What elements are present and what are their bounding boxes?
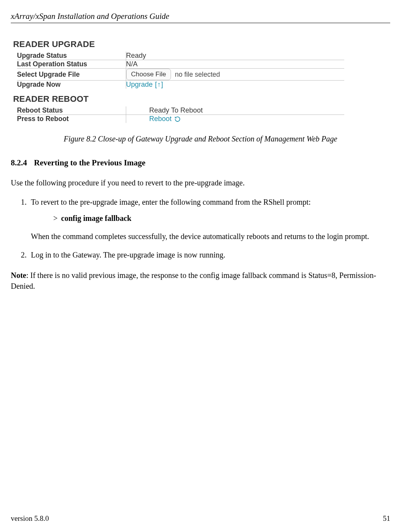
reader-upgrade-heading: READER UPGRADE xyxy=(13,39,390,49)
figure-caption: Figure 8.2 Close-up of Gateway Upgrade a… xyxy=(11,135,390,143)
intro-paragraph: Use the following procedure if you need … xyxy=(11,178,390,188)
upgrade-status-value: Ready xyxy=(126,52,344,60)
upgrade-link[interactable]: Upgrade [↑] xyxy=(126,81,164,89)
select-upgrade-file-label: Select Upgrade File xyxy=(17,69,126,81)
procedure-list: To revert to the pre-upgrade image, ente… xyxy=(29,197,390,261)
command-text: config image fallback xyxy=(61,214,131,222)
reboot-status-label: Reboot Status xyxy=(17,106,126,115)
last-operation-status-value: N/A xyxy=(126,60,344,69)
step-1-lead: To revert to the pre-upgrade image, ente… xyxy=(31,198,311,206)
no-file-selected-text: no file selected xyxy=(175,71,220,79)
press-to-reboot-label: Press to Reboot xyxy=(17,115,126,123)
refresh-icon xyxy=(174,116,181,123)
page-number: 51 xyxy=(383,514,390,523)
upload-arrow-icon: [↑] xyxy=(155,81,164,89)
step-1-tail: When the command completes successfully,… xyxy=(31,232,369,241)
step-2: Log in to the Gateway. The pre-upgrade i… xyxy=(29,249,390,260)
prompt-symbol: > xyxy=(53,214,58,222)
page-footer: version 5.8.0 51 xyxy=(11,514,390,523)
reader-reboot-heading: READER REBOOT xyxy=(13,94,390,104)
upgrade-table: Upgrade Status Ready Last Operation Stat… xyxy=(17,52,344,89)
choose-file-button[interactable]: Choose File xyxy=(126,69,171,80)
management-ui-screenshot: READER UPGRADE Upgrade Status Ready Last… xyxy=(11,39,390,123)
note-text: : If there is no valid previous image, t… xyxy=(11,271,376,290)
reboot-status-value: Ready To Reboot xyxy=(126,106,344,115)
version-text: version 5.8.0 xyxy=(11,514,49,523)
command-line: > config image fallback xyxy=(53,213,390,224)
running-header: xArray/xSpan Installation and Operations… xyxy=(11,12,390,23)
reboot-link[interactable]: Reboot xyxy=(149,115,181,123)
step-1: To revert to the pre-upgrade image, ente… xyxy=(29,197,390,242)
subsection-title: Reverting to the Previous Image xyxy=(34,158,146,168)
subsection-number: 8.2.4 xyxy=(11,158,27,168)
note-paragraph: Note: If there is no valid previous imag… xyxy=(11,270,390,291)
upgrade-link-text: Upgrade xyxy=(126,81,153,89)
note-label: Note xyxy=(11,271,26,279)
subsection-heading: 8.2.4 Reverting to the Previous Image xyxy=(11,158,390,168)
upgrade-now-label: Upgrade Now xyxy=(17,81,126,89)
reboot-table: Reboot Status Ready To Reboot Press to R… xyxy=(17,106,344,123)
last-operation-status-label: Last Operation Status xyxy=(17,60,126,69)
upgrade-status-label: Upgrade Status xyxy=(17,52,126,60)
reboot-link-text: Reboot xyxy=(149,115,172,123)
